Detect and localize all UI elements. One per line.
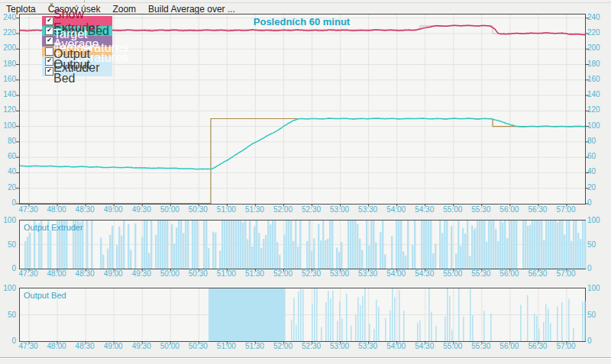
y-tick-label: 80	[0, 137, 16, 145]
output-x-tick-label: 56:30	[524, 269, 551, 278]
y-tick-label: 160	[587, 75, 607, 83]
output-y-tick-label: 0	[587, 337, 607, 345]
output-x-tick-label: 54:00	[383, 342, 410, 350]
checkbox-unchecked[interactable]	[45, 47, 53, 56]
output-x-tick-label: 53:30	[354, 269, 382, 278]
x-tick-label: 53:30	[354, 205, 382, 214]
x-tick-label: 52:30	[298, 205, 325, 214]
output-x-tick-label: 52:30	[298, 269, 325, 278]
output-x-tick-label: 53:00	[326, 342, 354, 350]
y-tick-label: 200	[0, 43, 16, 52]
legend-row-output-bed[interactable]: ✔Output Bed	[42, 66, 112, 76]
output-x-tick-label: 56:00	[496, 269, 523, 278]
output-y-tick-label: 100	[0, 216, 16, 224]
output-x-tick-label: 52:00	[269, 342, 296, 350]
output-y-tick-label: 100	[587, 216, 607, 224]
y-tick-label: 240	[587, 13, 607, 21]
output-x-tick-label: 54:30	[411, 342, 438, 350]
output-y-tick-label: 50	[587, 240, 607, 249]
splitter-highlight	[0, 358, 611, 359]
output-extruder-chart[interactable]	[19, 220, 586, 269]
y-tick-label: 140	[0, 90, 16, 98]
output-x-tick-label: 52:30	[298, 342, 325, 350]
y-tick-label: 20	[587, 183, 607, 192]
menu-item-build-average-over-[interactable]: Build Average over ...	[142, 4, 241, 14]
x-tick-label: 57:00	[552, 205, 580, 214]
y-tick-label: 120	[587, 105, 607, 114]
checkbox-checked[interactable]: ✔	[45, 17, 53, 25]
output-x-tick-label: 50:30	[184, 269, 212, 278]
output-bed-label: Output Bed	[24, 291, 66, 300]
output-x-tick-label: 49:30	[128, 269, 155, 278]
x-tick-label: 52:00	[269, 205, 296, 214]
output-x-tick-label: 48:00	[43, 342, 70, 350]
x-tick-label: 54:30	[411, 205, 438, 214]
y-tick-label: 100	[0, 121, 16, 130]
temperature-curve-window: TeplotaČasový úsekZoomBuild Average over…	[0, 0, 611, 364]
x-tick-label: 48:30	[71, 205, 99, 214]
output-x-tick-label: 55:00	[439, 269, 467, 278]
x-tick-label: 54:00	[383, 205, 410, 214]
output-x-tick-label: 49:30	[128, 342, 155, 350]
output-y-tick-label: 50	[0, 240, 16, 249]
output-x-tick-label: 51:30	[241, 342, 268, 350]
output-x-tick-label: 50:00	[156, 342, 183, 350]
output-y-tick-label: 0	[587, 264, 607, 272]
output-x-tick-label: 48:00	[43, 269, 70, 278]
output-x-tick-label: 48:30	[71, 342, 99, 350]
output-x-tick-label: 57:00	[552, 269, 580, 278]
output-x-tick-label: 47:30	[15, 269, 42, 278]
output-x-tick-label: 48:30	[71, 269, 99, 278]
legend-label: Output Bed	[53, 58, 112, 85]
output-y-tick-label: 100	[0, 284, 16, 292]
y-tick-label: 40	[0, 167, 16, 176]
output-x-tick-label: 55:00	[439, 342, 467, 350]
y-tick-label: 220	[0, 28, 16, 37]
output-x-tick-label: 57:00	[552, 342, 580, 350]
output-x-tick-label: 50:00	[156, 269, 183, 278]
output-y-tick-label: 50	[0, 311, 16, 319]
output-y-tick-label: 0	[0, 337, 16, 345]
y-tick-label: 60	[587, 152, 607, 160]
x-tick-label: 56:00	[496, 205, 523, 214]
x-tick-label: 48:00	[43, 205, 70, 214]
x-tick-label: 51:30	[241, 205, 268, 214]
output-y-tick-label: 50	[587, 311, 607, 319]
output-x-tick-label: 54:00	[383, 269, 410, 278]
output-x-tick-label: 54:30	[411, 269, 438, 278]
checkbox-checked[interactable]: ✔	[45, 57, 53, 66]
y-tick-label: 140	[587, 90, 607, 98]
y-tick-label: 120	[0, 105, 16, 114]
x-tick-label: 51:00	[212, 205, 240, 214]
x-tick-label: 49:00	[99, 205, 127, 214]
x-tick-label: 50:30	[184, 205, 212, 214]
output-x-tick-label: 55:30	[467, 269, 495, 278]
output-x-tick-label: 52:00	[269, 269, 296, 278]
output-x-tick-label: 47:30	[15, 342, 42, 350]
y-tick-label: 80	[587, 137, 607, 145]
y-tick-label: 160	[0, 75, 16, 83]
output-bed-chart[interactable]	[19, 288, 586, 342]
output-y-tick-label: 0	[0, 264, 16, 272]
y-tick-label: 200	[587, 43, 607, 52]
output-y-tick-label: 100	[587, 284, 607, 292]
x-tick-label: 53:00	[326, 205, 354, 214]
output-x-tick-label: 51:30	[241, 269, 268, 278]
y-tick-label: 20	[0, 183, 16, 192]
y-tick-label: 60	[0, 152, 16, 160]
output-x-tick-label: 50:30	[184, 342, 212, 350]
y-tick-label: 180	[0, 60, 16, 68]
output-x-tick-label: 49:00	[99, 269, 127, 278]
y-tick-label: 240	[0, 13, 16, 21]
checkbox-checked[interactable]: ✔	[45, 27, 53, 35]
x-tick-label: 49:30	[128, 205, 155, 214]
x-tick-label: 47:30	[15, 205, 42, 214]
checkbox-checked[interactable]: ✔	[45, 67, 53, 76]
y-tick-label: 40	[587, 167, 607, 176]
checkbox-checked[interactable]: ✔	[45, 37, 53, 45]
curve-legend: ✔Show Extruder✔Show Bed✔Target Temperatu…	[42, 16, 112, 76]
output-x-tick-label: 53:00	[326, 269, 354, 278]
output-x-tick-label: 55:30	[467, 342, 495, 350]
x-tick-label: 56:30	[524, 205, 551, 214]
y-tick-label: 180	[587, 60, 607, 68]
